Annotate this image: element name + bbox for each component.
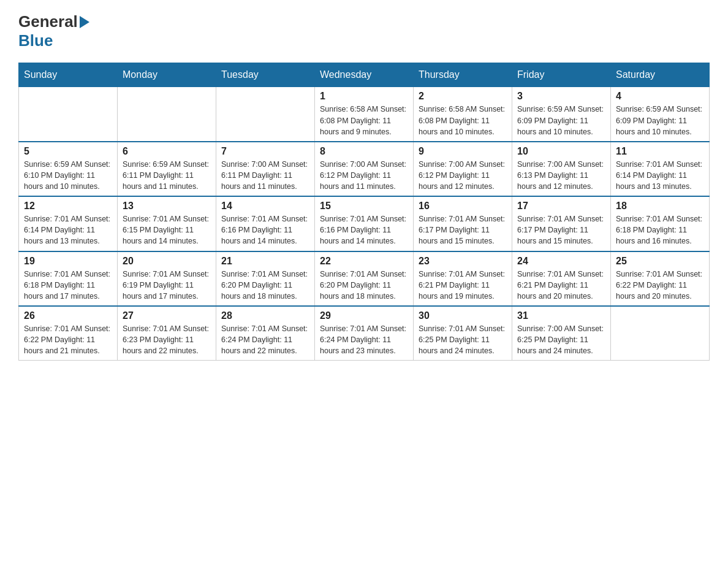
day-number: 24: [517, 256, 605, 267]
day-number: 16: [419, 201, 507, 212]
day-cell: 20Sunrise: 7:01 AM Sunset: 6:19 PM Dayli…: [118, 251, 216, 306]
day-cell: 13Sunrise: 7:01 AM Sunset: 6:15 PM Dayli…: [118, 196, 216, 251]
day-info: Sunrise: 6:59 AM Sunset: 6:11 PM Dayligh…: [123, 159, 211, 192]
day-cell: 2Sunrise: 6:58 AM Sunset: 6:08 PM Daylig…: [414, 87, 512, 142]
day-info: Sunrise: 7:00 AM Sunset: 6:13 PM Dayligh…: [517, 159, 605, 192]
day-cell: 14Sunrise: 7:01 AM Sunset: 6:16 PM Dayli…: [216, 196, 315, 251]
day-info: Sunrise: 7:01 AM Sunset: 6:17 PM Dayligh…: [419, 213, 507, 247]
day-info: Sunrise: 7:01 AM Sunset: 6:14 PM Dayligh…: [616, 159, 704, 192]
day-info: Sunrise: 7:01 AM Sunset: 6:20 PM Dayligh…: [320, 269, 408, 302]
day-info: Sunrise: 7:01 AM Sunset: 6:20 PM Dayligh…: [221, 269, 309, 302]
day-info: Sunrise: 6:59 AM Sunset: 6:09 PM Dayligh…: [517, 104, 605, 137]
week-row-1: 1Sunrise: 6:58 AM Sunset: 6:08 PM Daylig…: [19, 87, 710, 142]
day-info: Sunrise: 7:00 AM Sunset: 6:12 PM Dayligh…: [419, 159, 507, 192]
day-cell: 26Sunrise: 7:01 AM Sunset: 6:22 PM Dayli…: [19, 306, 118, 361]
day-info: Sunrise: 7:01 AM Sunset: 6:14 PM Dayligh…: [24, 213, 112, 247]
day-cell: [118, 87, 216, 142]
day-cell: 7Sunrise: 7:00 AM Sunset: 6:11 PM Daylig…: [216, 142, 315, 196]
day-info: Sunrise: 6:58 AM Sunset: 6:08 PM Dayligh…: [419, 104, 507, 137]
page-header: General Blue: [18, 12, 710, 50]
day-info: Sunrise: 7:01 AM Sunset: 6:21 PM Dayligh…: [419, 269, 507, 302]
week-row-5: 26Sunrise: 7:01 AM Sunset: 6:22 PM Dayli…: [19, 306, 710, 361]
day-cell: 9Sunrise: 7:00 AM Sunset: 6:12 PM Daylig…: [414, 142, 512, 196]
header-row: SundayMondayTuesdayWednesdayThursdayFrid…: [19, 63, 710, 87]
day-info: Sunrise: 7:01 AM Sunset: 6:21 PM Dayligh…: [517, 269, 605, 302]
logo-text-general: General: [18, 12, 78, 31]
day-info: Sunrise: 7:01 AM Sunset: 6:18 PM Dayligh…: [616, 213, 704, 247]
day-number: 15: [320, 201, 408, 212]
day-number: 10: [517, 146, 605, 157]
day-cell: 22Sunrise: 7:01 AM Sunset: 6:20 PM Dayli…: [315, 251, 414, 306]
column-header-friday: Friday: [512, 63, 611, 87]
day-info: Sunrise: 7:00 AM Sunset: 6:25 PM Dayligh…: [517, 323, 605, 356]
day-cell: [216, 87, 315, 142]
day-info: Sunrise: 6:58 AM Sunset: 6:08 PM Dayligh…: [320, 104, 408, 137]
day-info: Sunrise: 7:00 AM Sunset: 6:12 PM Dayligh…: [320, 159, 408, 192]
day-cell: [19, 87, 118, 142]
day-number: 9: [419, 146, 507, 157]
day-info: Sunrise: 6:59 AM Sunset: 6:09 PM Dayligh…: [616, 104, 704, 137]
day-cell: 11Sunrise: 7:01 AM Sunset: 6:14 PM Dayli…: [611, 142, 710, 196]
day-cell: [611, 306, 710, 361]
day-info: Sunrise: 7:01 AM Sunset: 6:25 PM Dayligh…: [419, 323, 507, 356]
day-cell: 19Sunrise: 7:01 AM Sunset: 6:18 PM Dayli…: [19, 251, 118, 306]
day-cell: 29Sunrise: 7:01 AM Sunset: 6:24 PM Dayli…: [315, 306, 414, 361]
day-cell: 10Sunrise: 7:00 AM Sunset: 6:13 PM Dayli…: [512, 142, 611, 196]
day-info: Sunrise: 7:01 AM Sunset: 6:24 PM Dayligh…: [320, 323, 408, 356]
day-info: Sunrise: 7:00 AM Sunset: 6:11 PM Dayligh…: [221, 159, 309, 192]
day-number: 30: [419, 310, 507, 321]
day-number: 26: [24, 310, 112, 321]
column-header-sunday: Sunday: [19, 63, 118, 87]
day-cell: 27Sunrise: 7:01 AM Sunset: 6:23 PM Dayli…: [118, 306, 216, 361]
day-cell: 12Sunrise: 7:01 AM Sunset: 6:14 PM Dayli…: [19, 196, 118, 251]
logo: General Blue: [18, 12, 89, 50]
day-info: Sunrise: 7:01 AM Sunset: 6:17 PM Dayligh…: [517, 213, 605, 247]
day-number: 7: [221, 146, 309, 157]
day-info: Sunrise: 7:01 AM Sunset: 6:16 PM Dayligh…: [221, 213, 309, 247]
logo-text-blue: Blue: [18, 31, 53, 50]
day-number: 2: [419, 91, 507, 102]
logo-triangle-icon: [80, 16, 89, 28]
column-header-tuesday: Tuesday: [216, 63, 315, 87]
day-cell: 1Sunrise: 6:58 AM Sunset: 6:08 PM Daylig…: [315, 87, 414, 142]
week-row-3: 12Sunrise: 7:01 AM Sunset: 6:14 PM Dayli…: [19, 196, 710, 251]
day-cell: 17Sunrise: 7:01 AM Sunset: 6:17 PM Dayli…: [512, 196, 611, 251]
day-number: 25: [616, 256, 704, 267]
day-number: 4: [616, 91, 704, 102]
day-info: Sunrise: 6:59 AM Sunset: 6:10 PM Dayligh…: [24, 159, 112, 192]
day-info: Sunrise: 7:01 AM Sunset: 6:19 PM Dayligh…: [123, 269, 211, 302]
day-cell: 6Sunrise: 6:59 AM Sunset: 6:11 PM Daylig…: [118, 142, 216, 196]
day-number: 3: [517, 91, 605, 102]
day-cell: 21Sunrise: 7:01 AM Sunset: 6:20 PM Dayli…: [216, 251, 315, 306]
day-number: 17: [517, 201, 605, 212]
day-cell: 23Sunrise: 7:01 AM Sunset: 6:21 PM Dayli…: [414, 251, 512, 306]
day-cell: 28Sunrise: 7:01 AM Sunset: 6:24 PM Dayli…: [216, 306, 315, 361]
day-number: 20: [123, 256, 211, 267]
day-info: Sunrise: 7:01 AM Sunset: 6:15 PM Dayligh…: [123, 213, 211, 247]
week-row-4: 19Sunrise: 7:01 AM Sunset: 6:18 PM Dayli…: [19, 251, 710, 306]
day-info: Sunrise: 7:01 AM Sunset: 6:22 PM Dayligh…: [616, 269, 704, 302]
day-cell: 16Sunrise: 7:01 AM Sunset: 6:17 PM Dayli…: [414, 196, 512, 251]
day-cell: 5Sunrise: 6:59 AM Sunset: 6:10 PM Daylig…: [19, 142, 118, 196]
column-header-monday: Monday: [118, 63, 216, 87]
day-info: Sunrise: 7:01 AM Sunset: 6:16 PM Dayligh…: [320, 213, 408, 247]
day-number: 13: [123, 201, 211, 212]
day-cell: 24Sunrise: 7:01 AM Sunset: 6:21 PM Dayli…: [512, 251, 611, 306]
column-header-thursday: Thursday: [414, 63, 512, 87]
day-number: 5: [24, 146, 112, 157]
day-number: 18: [616, 201, 704, 212]
day-cell: 25Sunrise: 7:01 AM Sunset: 6:22 PM Dayli…: [611, 251, 710, 306]
calendar-table: SundayMondayTuesdayWednesdayThursdayFrid…: [18, 63, 710, 361]
day-number: 29: [320, 310, 408, 321]
day-number: 27: [123, 310, 211, 321]
day-number: 22: [320, 256, 408, 267]
day-number: 12: [24, 201, 112, 212]
day-info: Sunrise: 7:01 AM Sunset: 6:23 PM Dayligh…: [123, 323, 211, 356]
day-number: 28: [221, 310, 309, 321]
day-number: 14: [221, 201, 309, 212]
column-header-saturday: Saturday: [611, 63, 710, 87]
day-number: 6: [123, 146, 211, 157]
day-number: 11: [616, 146, 704, 157]
column-header-wednesday: Wednesday: [315, 63, 414, 87]
day-number: 31: [517, 310, 605, 321]
